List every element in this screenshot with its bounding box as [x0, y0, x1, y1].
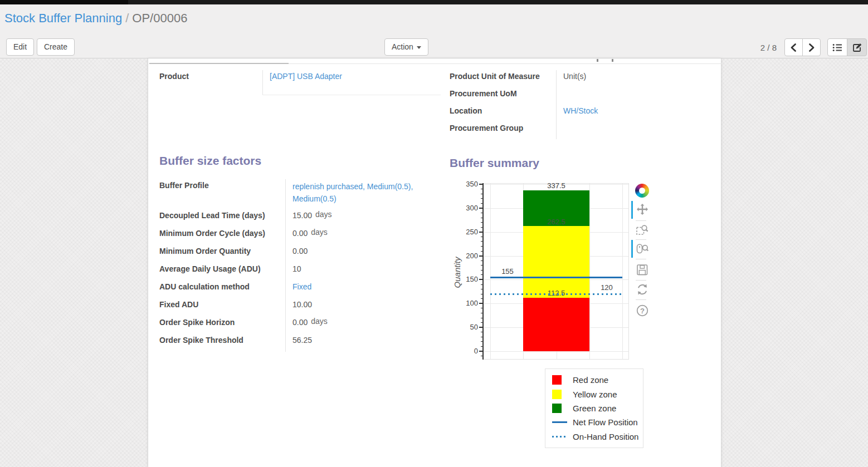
y-minor-tick	[481, 189, 483, 189]
toolbar-divider	[636, 259, 646, 259]
field-value: 10.00	[285, 298, 452, 316]
action-dropdown-button[interactable]: Action	[384, 38, 428, 56]
field-link[interactable]: replenish purchased, Medium(0.5), Medium…	[292, 181, 435, 205]
field-text: 0.00	[292, 318, 308, 327]
legend-swatch-dotted	[552, 436, 567, 437]
product-row: Product[ADPT] USB Adapter	[159, 70, 441, 95]
y-minor-tick	[481, 246, 483, 247]
y-minor-tick	[481, 227, 483, 228]
y-minor-tick	[481, 318, 483, 318]
field-text: 10.00	[292, 300, 312, 309]
field-value: Unit(s)	[556, 70, 722, 87]
create-button[interactable]: Create	[37, 38, 75, 56]
zone-value-label: 262.5	[534, 218, 579, 226]
factor-row: Fixed ADU10.00	[159, 298, 452, 316]
v-gridline	[490, 184, 491, 359]
pager-next-button[interactable]	[802, 38, 821, 56]
save-plot-button[interactable]	[636, 263, 649, 277]
field-label: Procurement UoM	[450, 87, 556, 105]
field-text: 0.00	[292, 247, 308, 255]
legend-swatch-square	[552, 404, 562, 413]
field-text: 10	[292, 264, 301, 273]
field-value: Fixed	[285, 281, 452, 298]
breadcrumb-separator: /	[122, 11, 132, 25]
y-tick-label: 150	[453, 275, 478, 283]
y-minor-tick	[481, 270, 483, 271]
top-menu-bar	[0, 0, 868, 4]
box-zoom-tool-button[interactable]	[636, 223, 649, 237]
y-tick-label: 50	[453, 323, 478, 331]
y-tick-label: 300	[453, 204, 478, 212]
legend-item-net-flow-position: Net Flow Position	[552, 416, 643, 429]
pan-tool-active-bar	[631, 201, 633, 219]
pager-buttons	[784, 38, 821, 56]
field-label: Procurement Group	[450, 122, 556, 139]
action-label: Action	[392, 42, 413, 51]
zone-value-label: 337.5	[534, 181, 579, 190]
y-major-tick	[479, 184, 483, 185]
reset-view-button[interactable]	[636, 283, 649, 296]
buffer-size-factors-title: Buffer size factors	[159, 154, 261, 168]
legend-item-on-hand-position: On-Hand Position	[552, 430, 643, 443]
field-value: 15.00days	[285, 209, 452, 227]
cut-row-text-fragment	[597, 59, 598, 62]
pan-tool-button[interactable]	[636, 203, 649, 217]
y-minor-tick	[481, 194, 483, 194]
factor-row: Buffer Profilereplenish purchased, Mediu…	[159, 179, 452, 209]
list-view-button[interactable]	[827, 38, 847, 56]
field-label: Product Unit of Measure	[450, 70, 556, 87]
chart-toolbar: ?	[631, 181, 651, 373]
wheel-zoom-icon	[636, 242, 649, 255]
factor-row: ADU calculation methodFixed	[159, 281, 452, 298]
product-field-group: Product[ADPT] USB Adapter	[159, 70, 441, 95]
field-value: replenish purchased, Medium(0.5), Medium…	[285, 179, 452, 209]
field-label: Buffer Profile	[159, 179, 285, 209]
field-link[interactable]: Fixed	[292, 282, 311, 291]
view-switcher	[827, 38, 867, 56]
chevron-right-icon	[807, 43, 816, 52]
breadcrumb-parent-link[interactable]: Stock Buffer Planning	[4, 11, 122, 25]
control-panel: Edit Create Action 2 / 8	[0, 37, 868, 58]
pager-previous-button[interactable]	[784, 38, 803, 56]
y-tick-label: 350	[453, 180, 478, 188]
pan-icon	[636, 203, 649, 217]
box-zoom-icon	[636, 223, 649, 237]
top-menu-bar-segment	[0, 0, 128, 4]
buffer-summary-chart[interactable]: Quantity 112.5262.5337.51551200501001502…	[449, 181, 655, 367]
main-content-area: Product[ADPT] USB Adapter Product Unit o…	[0, 58, 868, 467]
field-text: 56.25	[292, 336, 312, 345]
legend-label: Red zone	[573, 375, 608, 385]
y-minor-tick	[481, 313, 483, 313]
wheel-zoom-tool-button[interactable]	[636, 242, 649, 255]
y-major-tick	[479, 303, 483, 304]
uom-row: LocationWH/Stock	[450, 105, 722, 122]
field-label: Fixed ADU	[159, 298, 285, 316]
field-label: Decoupled Lead Time (days)	[159, 209, 285, 227]
form-view-icon	[852, 42, 862, 52]
field-link[interactable]: [ADPT] USB Adapter	[270, 72, 342, 81]
field-value	[556, 87, 722, 105]
form-view-button[interactable]	[847, 38, 867, 56]
legend-swatch-line	[552, 421, 567, 423]
y-minor-tick	[481, 222, 483, 223]
y-minor-tick	[481, 298, 483, 299]
save-icon	[636, 263, 649, 277]
y-minor-tick	[481, 284, 483, 285]
y-minor-tick	[481, 322, 483, 323]
help-button[interactable]: ?	[636, 304, 649, 317]
y-tick-label: 200	[453, 252, 478, 260]
field-label: Minimum Order Quantity	[159, 245, 285, 263]
bokeh-logo-icon[interactable]	[635, 184, 649, 198]
factor-row: Decoupled Lead Time (days)15.00days	[159, 209, 452, 227]
field-suffix: days	[311, 228, 328, 237]
cut-row-text-fragment	[612, 59, 613, 62]
v-gridline	[622, 184, 623, 359]
edit-button[interactable]: Edit	[6, 38, 34, 56]
y-major-tick	[479, 279, 483, 280]
chevron-left-icon	[789, 43, 798, 52]
zone-yellow-zone	[523, 226, 589, 298]
field-text: Unit(s)	[563, 72, 586, 81]
legend-label: Green zone	[573, 404, 616, 413]
buffer-factors-field-group: Buffer Profilereplenish purchased, Mediu…	[159, 179, 452, 352]
field-link[interactable]: WH/Stock	[563, 106, 598, 115]
